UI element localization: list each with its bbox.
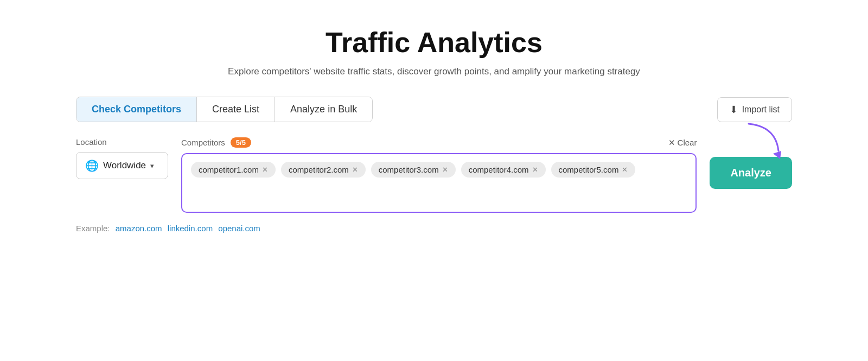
tag-remove-icon[interactable]: ✕: [622, 166, 628, 174]
location-section: Location 🌐 Worldwide ▾: [76, 137, 168, 179]
example-link-linkedin[interactable]: linkedin.com: [168, 224, 213, 233]
example-link-amazon[interactable]: amazon.com: [116, 224, 162, 233]
location-value: Worldwide: [103, 160, 146, 171]
tag-competitor2: competitor2.com ✕: [281, 162, 366, 178]
main-container: Check Competitors Create List Analyze in…: [76, 97, 792, 233]
tabs-row: Check Competitors Create List Analyze in…: [76, 97, 792, 122]
tag-label: competitor5.com: [559, 165, 619, 174]
clear-x-icon: ✕: [668, 138, 675, 148]
import-label: Import list: [742, 105, 780, 115]
globe-icon: 🌐: [85, 159, 99, 172]
arrow-icon: [743, 121, 787, 159]
tag-remove-icon[interactable]: ✕: [532, 166, 538, 174]
location-dropdown[interactable]: 🌐 Worldwide ▾: [76, 152, 168, 179]
examples-prefix: Example:: [76, 224, 110, 233]
tab-analyze-in-bulk[interactable]: Analyze in Bulk: [275, 97, 372, 122]
example-link-openai[interactable]: openai.com: [218, 224, 260, 233]
competitors-header: Competitors 5/5 ✕ Clear: [181, 137, 697, 148]
tag-remove-icon[interactable]: ✕: [352, 166, 358, 174]
tag-remove-icon[interactable]: ✕: [442, 166, 448, 174]
svg-marker-0: [773, 151, 781, 159]
tag-competitor5: competitor5.com ✕: [551, 162, 636, 178]
tab-check-competitors[interactable]: Check Competitors: [76, 97, 197, 122]
competitors-input-box[interactable]: competitor1.com ✕ competitor2.com ✕ comp…: [181, 153, 697, 213]
analyze-container: Analyze: [710, 137, 792, 189]
competitors-section: Competitors 5/5 ✕ Clear competitor1.com …: [181, 137, 697, 213]
competitors-label: Competitors: [181, 138, 225, 147]
page-subtitle: Explore competitors' website traffic sta…: [228, 66, 640, 77]
tag-competitor4: competitor4.com ✕: [461, 162, 546, 178]
page-title: Traffic Analytics: [326, 26, 542, 59]
analyze-button[interactable]: Analyze: [710, 157, 792, 189]
form-row: Location 🌐 Worldwide ▾ Competitors 5/5 ✕…: [76, 137, 792, 213]
tabs-group: Check Competitors Create List Analyze in…: [76, 97, 373, 122]
clear-button[interactable]: ✕ Clear: [668, 138, 697, 148]
tag-label: competitor2.com: [289, 165, 349, 174]
tag-label: competitor3.com: [379, 165, 439, 174]
import-list-button[interactable]: ⬇ Import list: [717, 97, 792, 122]
tag-competitor3: competitor3.com ✕: [371, 162, 456, 178]
tag-remove-icon[interactable]: ✕: [262, 166, 268, 174]
competitors-badge: 5/5: [231, 137, 251, 148]
chevron-down-icon: ▾: [150, 162, 154, 170]
import-icon: ⬇: [730, 104, 738, 116]
location-label: Location: [76, 137, 168, 147]
tab-create-list[interactable]: Create List: [197, 97, 275, 122]
tag-competitor1: competitor1.com ✕: [191, 162, 276, 178]
tag-label: competitor1.com: [199, 165, 259, 174]
tag-label: competitor4.com: [469, 165, 529, 174]
clear-label: Clear: [678, 138, 697, 147]
examples-row: Example: amazon.com linkedin.com openai.…: [76, 224, 792, 233]
